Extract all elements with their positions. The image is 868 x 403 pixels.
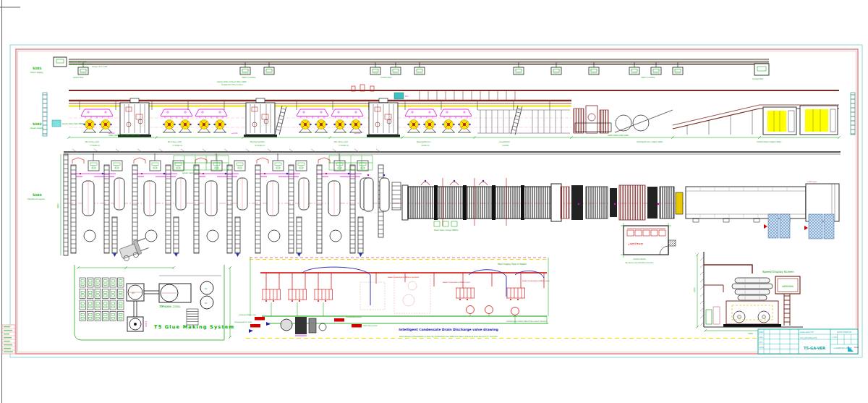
branch-label-1: Steam Consumption DN25×4pcs/Unit bbox=[388, 276, 419, 279]
unit-caption: No.2 Glue Unit bbox=[168, 141, 182, 143]
label-steam: Steam Supply bbox=[30, 127, 44, 130]
table-label: 1400 Type bbox=[807, 181, 817, 183]
label-layout: Equipment Layout bbox=[27, 198, 45, 200]
unit-caption: No.1 Glue Unit bbox=[85, 141, 99, 143]
left-wall bbox=[64, 154, 68, 255]
drain-equipment-group: Softened Water Inlet Compressed Air Inle… bbox=[234, 314, 378, 336]
floor-dim: 3500 bbox=[748, 333, 753, 335]
tb-title: T5-GA-VER bbox=[804, 346, 825, 350]
tb-logo-text: WISE bbox=[854, 347, 859, 349]
circle-label-1: R1 bbox=[205, 302, 208, 305]
ebox-caption: 380V Feed Box bbox=[641, 77, 655, 79]
tb-field-app: APP bbox=[760, 342, 763, 344]
tb-field-dwg: DWG bbox=[760, 331, 764, 334]
plc-box bbox=[394, 93, 404, 99]
unit-caption: Head Stock bbox=[499, 141, 510, 143]
unit-caption: (7.5kW×2) bbox=[172, 145, 182, 147]
glue-pump: P0807 bbox=[127, 317, 148, 331]
tank-label: 调胶搅拌机 2200L bbox=[159, 305, 181, 308]
dim-string: 2000 2000 2600 2000 1800 2400 bbox=[109, 135, 140, 137]
margin-revision-table bbox=[2, 325, 15, 354]
ebox-caption: Switch Box bbox=[73, 77, 84, 79]
piping-title: Intelligent Condensate Drain Discharge v… bbox=[399, 328, 498, 331]
feed-label-1: Softened Water Inlet bbox=[239, 314, 256, 316]
electrical-boxes bbox=[78, 62, 683, 75]
cad-sheet: 5101 Power Supply 5102 Steam Supply 5103… bbox=[0, 0, 868, 403]
ebox-caption: Control Box bbox=[752, 78, 763, 80]
elevation-dims: 2000 2000 2600 2000 1800 2400 1800 2400 … bbox=[67, 135, 841, 147]
steam-main-label: Main Supply Pipe of Steam bbox=[498, 263, 527, 266]
speed-display-value: 45M/MIN bbox=[782, 285, 793, 288]
unit-caption: Drying Cylinder bbox=[250, 141, 265, 143]
steam-drops bbox=[420, 90, 515, 101]
unit-caption: Waxing Device bbox=[417, 141, 431, 143]
tb-scale: 1:100 bbox=[832, 336, 837, 339]
switch-note-2: Slide Contact Wire 4x35mm bbox=[69, 64, 93, 66]
control-room: 主电控柜布置图 Control Room By Series As Combin… bbox=[621, 223, 676, 264]
unit-caption: Cooling Device (Upper Side) bbox=[637, 141, 663, 143]
margin-labels: 5101 Power Supply 5102 Steam Supply 5103… bbox=[27, 67, 45, 200]
level-mark: ±0.000 bbox=[231, 132, 238, 135]
reference-unit-tall bbox=[394, 273, 430, 313]
speed-display-box: 45M/MIN bbox=[775, 276, 800, 294]
glue-system-title: T5 Glue Making System bbox=[154, 324, 234, 330]
mixer-label: JB1 bbox=[131, 292, 135, 294]
wall-column bbox=[43, 93, 47, 136]
busbar-right-box bbox=[754, 64, 769, 75]
speed-display-title: Speed Display Screen bbox=[762, 270, 794, 273]
unit-caption: Control Panel (Upper Side) bbox=[757, 141, 781, 143]
level-mark: ±0.000 bbox=[354, 132, 361, 135]
steam-note: Steam Main Pipe DN80 bbox=[62, 123, 84, 125]
unit-caption: (7.5kW×2) bbox=[90, 145, 100, 147]
glue-mixer-1: JB1 bbox=[127, 284, 144, 301]
branch-label-3: Steam Consumption DN25×2pcs bbox=[522, 280, 550, 282]
main-conveyor: Drain Valve Group (DN25) bbox=[402, 178, 561, 232]
speed-display-section: 6500 3500 Speed D bbox=[694, 252, 803, 335]
ebox-caption: Control Box bbox=[380, 77, 391, 79]
feed-label-2: Compressed Air Inlet bbox=[234, 321, 252, 323]
drawing-canvas: 5101 Power Supply 5102 Steam Supply 5103… bbox=[0, 0, 868, 403]
reference-unit bbox=[360, 282, 385, 310]
glue-barrel-grid bbox=[80, 278, 124, 321]
tb-product: 浆纱上胶烘干联合机组 bbox=[800, 336, 817, 339]
glue-mixer-2: 调胶搅拌机 2200L bbox=[159, 284, 191, 308]
winder-section bbox=[574, 106, 673, 133]
steam-tag bbox=[52, 120, 61, 127]
ebox-caption: 380V Feed Box bbox=[242, 77, 256, 79]
unit-caption: (7.5kW×2) bbox=[339, 145, 349, 147]
machine-stands: ±0.000 ±0.000 ±0.000 PLC bbox=[109, 93, 570, 137]
yellow-enclosures bbox=[763, 106, 838, 135]
busbar-end-box bbox=[54, 57, 67, 67]
unit-caption: (11kW) bbox=[502, 145, 509, 147]
tb-drawing-no: KJ256-2500-T-M bbox=[837, 331, 851, 334]
plan-dim-left: 9000 bbox=[57, 203, 59, 208]
label-power: Power Supply bbox=[30, 72, 43, 74]
piping-subtitle: Each Steam Consumption in best dry produ… bbox=[399, 336, 498, 338]
plc-label: PLC bbox=[405, 96, 409, 98]
glue-system: JB1 调胶搅拌机 2200L R2 R1 P0807 bbox=[75, 265, 234, 340]
glue-stairs bbox=[187, 309, 198, 325]
label-layout-code: 5103 bbox=[33, 193, 42, 197]
head-machine-blocks bbox=[561, 185, 683, 220]
right-ladder-strip bbox=[851, 93, 855, 135]
feed-rollers bbox=[364, 174, 401, 211]
calender-stack bbox=[723, 278, 781, 327]
dim-string-right: 1800 2400 3200 1400 bbox=[608, 135, 629, 137]
panel-label: 主电控柜布置图 bbox=[628, 242, 643, 245]
center-note-2: Installed In The Center bbox=[221, 84, 243, 86]
feed-label-4: Drain Equipment bbox=[363, 325, 378, 327]
pump-code: P0807 bbox=[145, 321, 148, 327]
title-block: DWG CHK APP DATE KJ256-2500 T5型 浆纱上胶烘干联合… bbox=[758, 329, 859, 354]
drain-caption: Drain Valve Group (DN25) bbox=[434, 229, 459, 232]
elevation-view: Switch Box 380V Feed Box Control Box 380… bbox=[43, 57, 855, 147]
tb-model: KJ256-2500 T5型 bbox=[800, 331, 814, 334]
control-room-caption: Control Room bbox=[633, 258, 646, 260]
glue-service-circles: R2 R1 bbox=[200, 281, 213, 309]
valve-table-caption: Steam Valve Group bbox=[182, 172, 200, 174]
condensate-label: Condensate Water Main Pipe Lower Branch bbox=[506, 321, 547, 323]
switch-note-3: Hanger Pitch 1500 bbox=[92, 66, 108, 68]
light-roller-row bbox=[477, 110, 570, 133]
control-room-caption-2: By Series As Combine Electric bbox=[626, 262, 654, 264]
drain-valve-group bbox=[434, 221, 457, 226]
tb-field-date: DATE bbox=[760, 347, 765, 349]
